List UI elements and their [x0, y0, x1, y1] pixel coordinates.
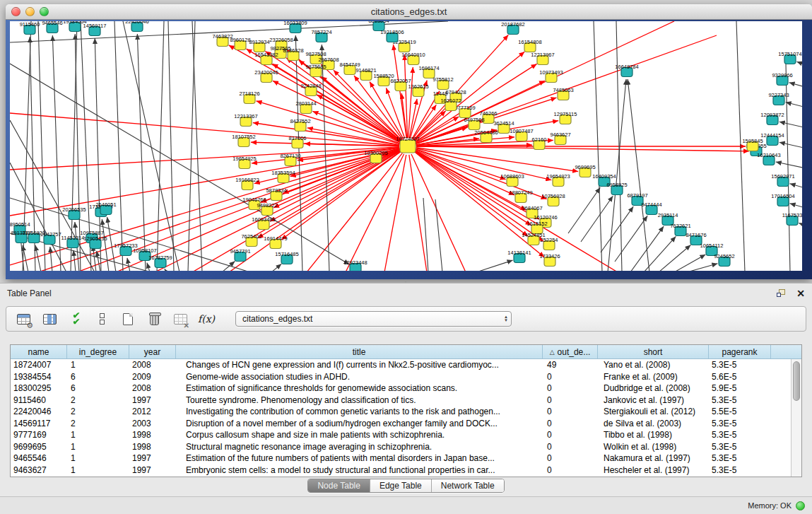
- table-cell[interactable]: 5.3E-5: [709, 418, 771, 430]
- table-cell[interactable]: 1997: [129, 452, 176, 465]
- table-row[interactable]: 1872400712008Changes of HCN gene express…: [11, 359, 791, 371]
- column-header-pagerank[interactable]: pagerank: [709, 345, 771, 358]
- table-cell[interactable]: 0: [543, 441, 598, 453]
- network-canvas[interactable]: 1872400774638228960128891293423226058982…: [10, 21, 802, 271]
- table-cell[interactable]: 9777169: [11, 429, 67, 441]
- table-cell[interactable]: 9115460: [11, 395, 67, 407]
- table-cell[interactable]: 0: [543, 395, 598, 407]
- table-row[interactable]: 2242004622012Investigating the contribut…: [11, 406, 791, 418]
- table-cell[interactable]: Estimation of significance thresholds fo…: [176, 382, 543, 395]
- table-cell[interactable]: Tourette syndrome. Phenomenology and cla…: [176, 395, 543, 407]
- table-cell[interactable]: 0: [543, 382, 598, 395]
- table-settings-icon[interactable]: ⚙: [15, 310, 32, 327]
- table-row[interactable]: 977716911998Corpus callosum shape and si…: [11, 429, 791, 441]
- close-panel-icon[interactable]: ✕: [796, 288, 805, 298]
- column-header-year[interactable]: year: [129, 345, 176, 358]
- table-cell[interactable]: Corpus callosum shape and size in male p…: [176, 429, 543, 441]
- window-titlebar[interactable]: citations_edges.txt: [6, 4, 812, 20]
- select-all-checks-icon[interactable]: ✔✔: [66, 310, 85, 327]
- table-cell[interactable]: 0: [543, 452, 598, 465]
- table-cell[interactable]: 2: [67, 418, 129, 430]
- table-cell[interactable]: 5.3E-5: [709, 465, 771, 477]
- table-row[interactable]: 969969511998Structural magnetic resonanc…: [11, 441, 791, 453]
- column-header-name[interactable]: name: [11, 345, 67, 358]
- table-cell[interactable]: Tibbo et al. (1998): [598, 429, 709, 441]
- table-cell[interactable]: 1: [67, 465, 129, 477]
- table-cell[interactable]: Changes of HCN gene expression and I(f) …: [176, 359, 543, 371]
- column-header-outde[interactable]: △out_de...: [543, 345, 598, 358]
- table-selector-dropdown[interactable]: citations_edges.txt ▲▼: [235, 311, 512, 327]
- table-cell[interactable]: 0: [543, 406, 598, 418]
- table-cell[interactable]: Structural magnetic resonance image aver…: [176, 441, 543, 453]
- table-cell[interactable]: 2009: [129, 371, 176, 383]
- table-cell[interactable]: Estimation of the future numbers of pati…: [176, 452, 543, 465]
- table-cell[interactable]: Yano et al. (2008): [598, 359, 709, 371]
- table-cell[interactable]: Dudbridge et al. (2008): [598, 382, 709, 395]
- table-cell[interactable]: 6: [67, 382, 129, 395]
- table-cell[interactable]: 6: [67, 371, 129, 383]
- table-row[interactable]: 946554611997Estimation of the future num…: [11, 452, 791, 465]
- table-row[interactable]: 1938455462009Genome-wide association stu…: [11, 371, 791, 383]
- table-cell[interactable]: 0: [543, 429, 598, 441]
- table-cell[interactable]: Disruption of a novel member of a sodium…: [176, 418, 543, 430]
- table-cell[interactable]: 5.5E-5: [709, 406, 771, 418]
- table-cell[interactable]: Wolkin et al. (1998): [598, 441, 709, 453]
- table-cell[interactable]: Embryonic stem cells: a model to study s…: [176, 465, 543, 477]
- tab-network-table[interactable]: Network Table: [431, 479, 504, 492]
- network-graph[interactable]: 1872400774638228960128891293423226058982…: [10, 21, 802, 271]
- table-cell[interactable]: 22420046: [11, 406, 67, 418]
- table-cell[interactable]: 1: [67, 429, 129, 441]
- table-cell[interactable]: 1998: [129, 429, 176, 441]
- table-cell[interactable]: 5.3E-5: [709, 395, 771, 407]
- table-cell[interactable]: 5.3E-5: [709, 359, 771, 371]
- zoom-window-button[interactable]: [40, 7, 49, 16]
- close-window-button[interactable]: [11, 7, 20, 16]
- table-cell[interactable]: Investigating the contribution of common…: [176, 406, 543, 418]
- table-cell[interactable]: 5.3E-5: [709, 429, 771, 441]
- tab-node-table[interactable]: Node Table: [308, 479, 370, 492]
- table-cell[interactable]: 14569117: [11, 418, 67, 430]
- table-cell[interactable]: 2: [67, 395, 129, 407]
- delete-table-icon[interactable]: ✕: [172, 310, 189, 327]
- table-cell[interactable]: 1998: [129, 441, 176, 453]
- scrollbar-thumb[interactable]: [793, 361, 800, 401]
- column-header-title[interactable]: title: [176, 345, 543, 358]
- table-cell[interactable]: Jankovic et al. (1997): [598, 395, 709, 407]
- table-cell[interactable]: 5.3E-5: [709, 441, 771, 453]
- table-cell[interactable]: 49: [543, 359, 598, 371]
- table-cell[interactable]: 1: [67, 452, 129, 465]
- table-cell[interactable]: Franke et al. (2009): [598, 371, 709, 383]
- table-cell[interactable]: 1997: [129, 465, 176, 477]
- table-cell[interactable]: 0: [543, 418, 598, 430]
- table-cell[interactable]: 1: [67, 441, 129, 453]
- table-cell[interactable]: Nakamura et al. (1997): [598, 452, 709, 465]
- float-panel-icon[interactable]: [777, 289, 787, 298]
- table-cell[interactable]: 1997: [129, 395, 176, 407]
- table-row[interactable]: 946362711997Embryonic stem cells: a mode…: [11, 465, 791, 477]
- table-cell[interactable]: 9463627: [11, 465, 67, 477]
- column-select-icon[interactable]: [41, 310, 58, 327]
- table-cell[interactable]: de Silva et al. (2003): [598, 418, 709, 430]
- table-cell[interactable]: 5.9E-5: [709, 382, 771, 395]
- table-cell[interactable]: 0: [543, 371, 598, 383]
- table-cell[interactable]: 1: [67, 359, 129, 371]
- table-cell[interactable]: 2: [67, 406, 129, 418]
- table-cell[interactable]: 19384554: [11, 371, 67, 383]
- minimize-window-button[interactable]: [25, 7, 35, 16]
- table-cell[interactable]: 2008: [129, 359, 176, 371]
- table-row[interactable]: 1830029562008Estimation of significance …: [11, 382, 791, 395]
- table-cell[interactable]: 9465546: [11, 452, 67, 465]
- new-table-icon[interactable]: [119, 310, 136, 327]
- delete-attribute-icon[interactable]: [146, 310, 163, 327]
- table-cell[interactable]: 2008: [129, 382, 176, 395]
- table-cell[interactable]: 18724007: [11, 359, 67, 371]
- table-cell[interactable]: 0: [543, 465, 598, 477]
- table-cell[interactable]: 18300295: [11, 382, 67, 395]
- table-cell[interactable]: Genome-wide association studies in ADHD.: [176, 371, 543, 383]
- table-cell[interactable]: 5.3E-5: [709, 452, 771, 465]
- row-height-icon[interactable]: [93, 310, 110, 327]
- table-cell[interactable]: 2003: [129, 418, 176, 430]
- function-builder-icon[interactable]: f(x): [198, 310, 215, 327]
- column-header-indegree[interactable]: in_degree: [67, 345, 129, 358]
- table-row[interactable]: 1456911722003Disruption of a novel membe…: [11, 418, 791, 430]
